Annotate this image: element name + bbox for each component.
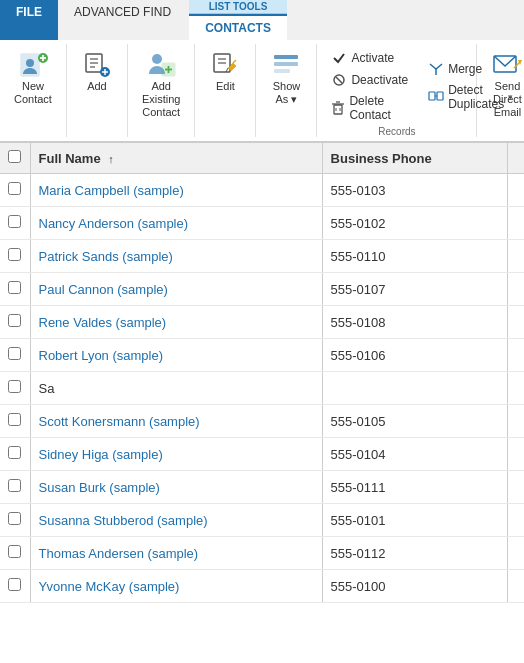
row-checkbox[interactable] (8, 347, 21, 360)
edit-button[interactable]: Edit (203, 44, 247, 97)
contact-name-link[interactable]: Paul Cannon (sample) (39, 282, 168, 297)
new-contact-button[interactable]: New Contact (8, 44, 58, 110)
detect-icon (428, 89, 444, 105)
table-row[interactable]: Thomas Andersen (sample)555-0112 (0, 537, 524, 570)
edit-icon (209, 48, 241, 80)
row-checkbox[interactable] (8, 578, 21, 591)
row-checkbox[interactable] (8, 479, 21, 492)
full-name-cell[interactable]: Nancy Anderson (sample) (30, 207, 322, 240)
full-name-cell[interactable]: Thomas Andersen (sample) (30, 537, 322, 570)
full-name-cell[interactable]: Scott Konersmann (sample) (30, 405, 322, 438)
business-phone-header[interactable]: Business Phone (322, 143, 507, 174)
full-name-cell[interactable]: Sidney Higa (sample) (30, 438, 322, 471)
tab-contacts[interactable]: CONTACTS (189, 14, 287, 40)
add-label: Add (87, 80, 107, 93)
table-row[interactable]: Sidney Higa (sample)555-0104 (0, 438, 524, 471)
row-checkbox[interactable] (8, 182, 21, 195)
records-group-label: Records (325, 124, 468, 137)
full-name-cell[interactable]: Robert Lyon (sample) (30, 339, 322, 372)
edit-label: Edit (216, 80, 235, 93)
svg-rect-34 (437, 92, 443, 100)
full-name-cell[interactable]: Rene Valdes (sample) (30, 306, 322, 339)
row-checkbox[interactable] (8, 281, 21, 294)
business-phone-cell: 555-0102 (322, 207, 507, 240)
deactivate-button[interactable]: Deactivate (325, 70, 414, 90)
show-as-label: Show As ▾ (273, 80, 301, 106)
end-cell (508, 537, 525, 570)
tab-advanced-find[interactable]: ADVANCED FIND (58, 0, 187, 40)
table-row[interactable]: Paul Cannon (sample)555-0107 (0, 273, 524, 306)
end-cell (508, 273, 525, 306)
row-checkbox[interactable] (8, 413, 21, 426)
full-name-header[interactable]: Full Name ↑ (30, 143, 322, 174)
business-phone-cell: 555-0101 (322, 504, 507, 537)
add-button[interactable]: Add (75, 44, 119, 97)
table-row[interactable]: Yvonne McKay (sample)555-0100 (0, 570, 524, 603)
main-layout: FILE ADVANCED FIND LIST TOOLS CONTACTS (0, 0, 524, 663)
row-checkbox[interactable] (8, 380, 21, 393)
end-cell (508, 207, 525, 240)
row-checkbox[interactable] (8, 215, 21, 228)
end-cell (508, 504, 525, 537)
end-cell (508, 174, 525, 207)
contact-name-link[interactable]: Sidney Higa (sample) (39, 447, 163, 462)
sort-arrow: ↑ (108, 153, 114, 165)
table-row[interactable]: Rene Valdes (sample)555-0108 (0, 306, 524, 339)
row-checkbox[interactable] (8, 314, 21, 327)
full-name-cell[interactable]: Patrick Sands (sample) (30, 240, 322, 273)
row-checkbox[interactable] (8, 446, 21, 459)
svg-line-20 (233, 60, 236, 63)
contact-name-link[interactable]: Maria Campbell (sample) (39, 183, 184, 198)
contact-name-link[interactable]: Nancy Anderson (sample) (39, 216, 189, 231)
table-row[interactable]: Patrick Sands (sample)555-0110 (0, 240, 524, 273)
add-existing-contact-button[interactable]: Add Existing Contact (136, 44, 187, 124)
end-cell (508, 240, 525, 273)
select-all-header[interactable] (0, 143, 30, 174)
ribbon-group-edit: Edit (195, 44, 256, 137)
contact-name-link[interactable]: Rene Valdes (sample) (39, 315, 167, 330)
add-existing-icon (145, 48, 177, 80)
row-checkbox[interactable] (8, 545, 21, 558)
row-checkbox[interactable] (8, 248, 21, 261)
full-name-cell[interactable]: Susanna Stubberod (sample) (30, 504, 322, 537)
end-cell (508, 306, 525, 339)
table-row[interactable]: Susanna Stubberod (sample)555-0101 (0, 504, 524, 537)
contact-name-link[interactable]: Thomas Andersen (sample) (39, 546, 199, 561)
table-row[interactable]: Scott Konersmann (sample)555-0105 (0, 405, 524, 438)
contact-name-link[interactable]: Susanna Stubberod (sample) (39, 513, 208, 528)
end-cell (508, 372, 525, 405)
table-row[interactable]: Maria Campbell (sample)555-0103 (0, 174, 524, 207)
row-checkbox[interactable] (8, 512, 21, 525)
table-row[interactable]: Susan Burk (sample)555-0111 (0, 471, 524, 504)
delete-icon (331, 100, 345, 116)
business-phone-cell: 555-0111 (322, 471, 507, 504)
show-as-button[interactable]: Show As ▾ (264, 44, 308, 110)
table-row[interactable]: Nancy Anderson (sample)555-0102 (0, 207, 524, 240)
contact-name-link[interactable]: Scott Konersmann (sample) (39, 414, 200, 429)
ribbon-group-send-direct: Send Direct Email (477, 44, 524, 137)
add-existing-label: Add Existing Contact (142, 80, 181, 120)
contact-name-link[interactable]: Susan Burk (sample) (39, 480, 160, 495)
svg-rect-22 (274, 55, 298, 59)
business-phone-cell: 555-0103 (322, 174, 507, 207)
activate-button[interactable]: Activate (325, 48, 414, 68)
select-all-checkbox[interactable] (8, 150, 21, 163)
svg-rect-33 (429, 92, 435, 100)
tab-file[interactable]: FILE (0, 0, 58, 40)
contact-name-link[interactable]: Robert Lyon (sample) (39, 348, 164, 363)
business-phone-cell (322, 372, 507, 405)
table-row[interactable]: Sa (0, 372, 524, 405)
ribbon-group-new: New Contact (0, 44, 67, 137)
delete-contact-button[interactable]: Delete Contact (325, 92, 414, 124)
contact-name-link[interactable]: Patrick Sands (sample) (39, 249, 173, 264)
business-phone-cell: 555-0106 (322, 339, 507, 372)
full-name-cell[interactable]: Yvonne McKay (sample) (30, 570, 322, 603)
contact-name-link[interactable]: Yvonne McKay (sample) (39, 579, 180, 594)
full-name-cell[interactable]: Maria Campbell (sample) (30, 174, 322, 207)
merge-icon (428, 61, 444, 77)
send-direct-email-button[interactable]: Send Direct Email (485, 44, 524, 124)
full-name-cell[interactable]: Paul Cannon (sample) (30, 273, 322, 306)
full-name-cell[interactable]: Susan Burk (sample) (30, 471, 322, 504)
table-row[interactable]: Robert Lyon (sample)555-0106 (0, 339, 524, 372)
end-cell (508, 405, 525, 438)
